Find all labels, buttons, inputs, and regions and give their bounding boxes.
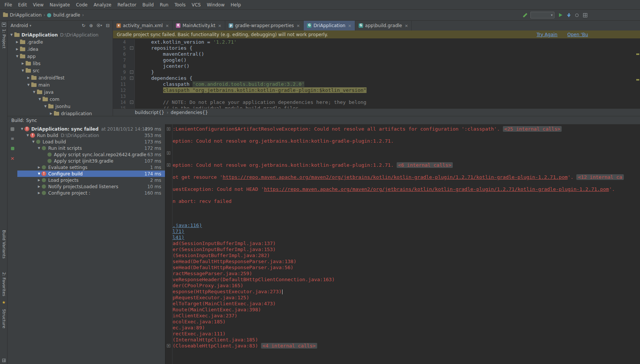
build-tree-item[interactable]: Apply script ijinit39.gradle107 ms [17,158,165,164]
tab-close-icon[interactable]: × [296,23,300,28]
editor-tab-gradle-wrapper-properties[interactable]: pgradle-wrapper.properties× [225,21,304,30]
code-line[interactable]: 13 [113,93,640,99]
tree-arrow-icon[interactable]: ▶ [49,112,53,115]
export-icon[interactable] [11,147,14,150]
tree-arrow-icon[interactable]: ▶ [37,191,41,195]
tree-arrow-icon[interactable]: ▼ [37,172,41,175]
tool-windows-icon[interactable] [583,13,587,17]
menu-item-analyze[interactable]: Analyze [90,1,114,9]
project-view-selector[interactable]: Android ▾ [11,23,31,28]
tree-arrow-icon[interactable]: ▶ [37,185,41,188]
tab-close-icon[interactable]: × [405,23,408,28]
project-tree-item[interactable]: ▼main [8,81,113,88]
build-tree-item[interactable]: ▼!Run buildD:\DriApplication353 ms [17,132,165,139]
url-link[interactable]: https://repo.maven.apache.org/maven2/org… [264,186,609,192]
code-line[interactable]: 5- repositories { [113,45,640,51]
code-line[interactable]: 4 ext.kotlin_version = '1.2.71' [113,39,640,45]
sync-icon[interactable]: ↻ [82,23,86,28]
menu-item-code[interactable]: Code [73,1,91,9]
breadcrumb-buildscript[interactable]: buildscript{} [135,110,164,115]
run-button[interactable] [559,13,562,17]
menu-item-file[interactable]: File [2,1,15,9]
menu-item-refactor[interactable]: Refactor [115,1,139,9]
menu-item-help[interactable]: Help [228,1,244,9]
menu-item-build[interactable]: Build [139,1,157,9]
tree-arrow-icon[interactable]: ▶ [37,178,41,182]
tab-close-icon[interactable]: × [165,23,169,28]
project-tree-item[interactable]: ▶.idea [8,46,113,53]
code-line[interactable]: 6 mavenCentral() [113,51,640,57]
tree-arrow-icon[interactable]: ▼ [43,105,48,108]
menu-item-view[interactable]: View [30,1,46,9]
tree-arrow-icon[interactable]: ▶ [20,62,25,65]
locate-icon[interactable]: ⊕ [89,23,93,28]
collapse-all-icon[interactable]: ⊟ [106,23,110,28]
build-tree-item[interactable]: ▶Configure project :160 ms [17,190,165,196]
project-tree-item[interactable]: ▶.gradle [8,38,113,46]
navbar-item-file[interactable]: build.gradle [53,12,80,18]
bottom-tool-windows-icon[interactable] [0,359,8,362]
code-area[interactable]: 4 ext.kotlin_version = '1.2.71'5- reposi… [113,38,640,108]
editor-tab-driapplication[interactable]: GDriApplication× [304,21,355,30]
settings-gear-icon[interactable]: ▾ [97,24,102,27]
tree-arrow-icon[interactable]: ▼ [32,90,37,94]
editor-tab-mainactivity-kt[interactable]: KMainActivity.kt× [173,21,225,30]
tree-arrow-icon[interactable]: ▼ [9,33,14,37]
warning-stripe-mark[interactable] [636,53,639,55]
code-line[interactable]: 12 classpath "org.jetbrains.kotlin:kotli… [113,87,640,93]
attach-debugger-icon[interactable] [567,13,571,17]
fold-icon[interactable]: - [130,70,133,74]
tab-close-icon[interactable]: × [348,23,351,28]
navbar-item-project[interactable]: DriApplication [10,12,42,18]
menu-item-edit[interactable]: Edit [15,1,30,9]
fold-icon[interactable]: - [130,46,133,50]
fold-icon[interactable]: - [130,101,133,104]
warning-stripe-mark[interactable] [636,79,639,81]
tree-arrow-icon[interactable]: ▼ [25,134,30,137]
editor-tab-app-build-gradle[interactable]: Gapp\build.gradle× [355,21,412,30]
fold-icon[interactable]: + [167,163,170,167]
tree-arrow-icon[interactable]: ▶ [26,76,31,79]
tree-arrow-icon[interactable]: ▼ [37,97,42,101]
stacktrace-link[interactable]: l71) [173,228,184,234]
stacktrace-link[interactable]: .java:116) [173,222,202,228]
project-tree-item[interactable]: ▼DriApplicationD:\DriApplication [8,31,113,38]
build-tree-item[interactable]: ▼Load build173 ms [17,139,165,145]
breadcrumb-dependencies[interactable]: dependencies{} [171,110,208,115]
close-icon[interactable]: × [11,156,15,161]
project-tree-item[interactable]: ▶driapplication [8,110,113,116]
fold-icon[interactable]: + [167,344,170,347]
code-line[interactable]: 14- // NOTE: Do not place your applicati… [113,99,640,105]
menu-item-window[interactable]: Window [204,1,228,9]
menu-item-navigate[interactable]: Navigate [47,1,73,9]
project-tree-item[interactable]: ▼jsonhu [8,103,113,110]
menu-item-run[interactable]: Run [157,1,171,9]
tree-arrow-icon[interactable]: ▼ [31,140,36,143]
build-tree-item[interactable]: ▼!DriApplication: sync failedat 2018/10/… [17,126,165,132]
project-tree-item[interactable]: ▼app [8,53,113,60]
project-tree-item[interactable]: ▼java [8,88,113,96]
code-line[interactable]: 8 jcenter() [113,63,640,69]
code-line[interactable]: 11 classpath 'com.android.tools.build:gr… [113,81,640,87]
build-console[interactable]: +:LenientConfiguration$ArtifactResolveEx… [166,124,640,364]
tree-arrow-icon[interactable]: ▶ [37,166,41,169]
tree-arrow-icon[interactable]: ▶ [15,40,20,44]
stop-icon[interactable] [11,127,14,131]
build-tree-item[interactable]: Apply script sync.local.repo26424.gradle… [17,151,165,158]
build-tree-item[interactable]: ▶Notify projectsLoaded listeners10 ms [17,183,165,190]
tool-button-favorites[interactable]: 2: Favorites [0,272,8,296]
code-line[interactable]: 10- dependencies { [113,75,640,81]
tree-arrow-icon[interactable]: ▼ [20,127,24,131]
url-link[interactable]: https://repo.maven.apache.org/maven2/org… [223,174,568,180]
tab-close-icon[interactable]: × [218,23,221,28]
tree-arrow-icon[interactable]: ▶ [15,47,20,51]
project-tool-icon[interactable] [0,23,8,27]
build-tree-item[interactable]: ▶Evaluate settings1 ms [17,164,165,171]
run-config-select[interactable]: ▾ [530,12,554,18]
fold-icon[interactable]: - [130,76,133,80]
project-tree-item[interactable]: ▶libs [8,60,113,67]
project-tree-item[interactable]: ▶androidTest [8,74,113,81]
fold-icon[interactable]: + [167,151,170,155]
tree-arrow-icon[interactable]: ▼ [37,146,41,150]
code-line[interactable]: 15 // in the individual module build.gra… [113,105,640,108]
